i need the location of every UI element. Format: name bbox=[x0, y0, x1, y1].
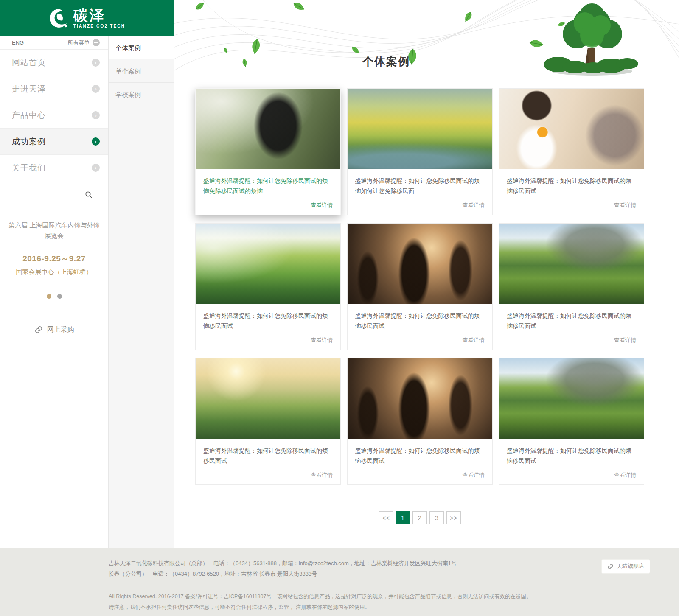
leaf-logo-icon bbox=[49, 8, 69, 28]
card-title[interactable]: 盛通海外温馨提醒：如何让您免除移民面试的烦移民面试 bbox=[203, 445, 333, 466]
pagination-next-button[interactable]: >> bbox=[446, 511, 461, 524]
card-image-green-hills[interactable] bbox=[196, 224, 340, 304]
card-image-chess-pieces[interactable] bbox=[348, 358, 492, 439]
submenu-item-school-cases[interactable]: 学校案例 bbox=[109, 83, 174, 106]
card-body: 盛通海外温馨提醒：如何让您免除移民面试的烦恼免除移民面试的烦恼 查看详情 bbox=[196, 169, 340, 215]
tmall-store-button[interactable]: 天猫旗舰店 bbox=[601, 559, 650, 574]
card-body: 盛通海外温馨提醒：如何让您免除移民面试的烦恼移民面试 查看详情 bbox=[499, 169, 644, 215]
pagination-prev-button[interactable]: << bbox=[379, 511, 393, 524]
search-button[interactable] bbox=[83, 189, 94, 200]
sidebar-item-products[interactable]: 产品中心 › bbox=[0, 102, 108, 129]
case-card[interactable]: 盛通海外温馨提醒：如何让您免除移民面试的烦恼免除移民面试的烦恼 查看详情 bbox=[195, 88, 341, 215]
page-banner: 个体案例 bbox=[174, 0, 679, 87]
chevron-right-icon: › bbox=[92, 85, 100, 93]
card-image-sunrise-hills[interactable] bbox=[196, 358, 340, 439]
card-image-mountain-lake[interactable] bbox=[499, 358, 644, 439]
case-card[interactable]: 盛通海外温馨提醒：如何让您免除移民面试的烦恼如何让您免除移民面 查看详情 bbox=[347, 88, 493, 215]
case-card[interactable]: 盛通海外温馨提醒：如何让您免除移民面试的烦恼移民面试 查看详情 bbox=[499, 88, 644, 215]
search-area bbox=[0, 181, 108, 208]
view-details-link[interactable]: 查看详情 bbox=[507, 471, 636, 479]
sidebar-item-about-us[interactable]: 关于我们 › bbox=[0, 155, 108, 181]
logo-cn: 碳泽 bbox=[73, 8, 125, 22]
view-details-link[interactable]: 查看详情 bbox=[355, 202, 485, 209]
case-card[interactable]: 盛通海外温馨提醒：如何让您免除移民面试的烦移民面试 查看详情 bbox=[195, 358, 341, 485]
sidebar: ENG 所有菜单 网站首页 › 走进天泽 › 产品中心 › 成功案例 › 关于我… bbox=[0, 36, 109, 548]
link-chain-icon bbox=[607, 563, 614, 570]
pagination: << 1 2 3 >> bbox=[195, 511, 644, 524]
submenu-item-single-cases[interactable]: 单个案例 bbox=[109, 59, 174, 83]
all-menu-toggle[interactable]: 所有菜单 bbox=[67, 39, 100, 47]
view-details-link[interactable]: 查看详情 bbox=[203, 202, 333, 209]
case-card[interactable]: 盛通海外温馨提醒：如何让您免除移民面试的烦恼移民面试 查看详情 bbox=[499, 358, 644, 485]
card-title[interactable]: 盛通海外温馨提醒：如何让您免除移民面试的烦恼如何让您免除移民面 bbox=[355, 176, 485, 196]
card-title[interactable]: 盛通海外温馨提醒：如何让您免除移民面试的烦恼移民面试 bbox=[507, 176, 636, 196]
case-card[interactable]: 盛通海外温馨提醒：如何让您免除移民面试的烦恼移民面试 查看详情 bbox=[499, 223, 644, 350]
sidebar-item-home[interactable]: 网站首页 › bbox=[0, 50, 108, 76]
promo-carousel: 第六届 上海国际汽车内饰与外饰展览会 2016-9.25～9.27 国家会展中心… bbox=[0, 208, 108, 310]
page: 碳泽 TIANZE CO2 TECH ENG 所有菜单 网站首页 › 走进天泽 … bbox=[0, 0, 679, 616]
card-image-photographer-in-meadow[interactable] bbox=[196, 89, 340, 169]
card-image-chess-pieces[interactable] bbox=[348, 224, 492, 304]
copyright-line2: 请注意，我们不承担任何责任访问这些信息，可能不符合任何法律程序，监管， 注册或在… bbox=[109, 602, 649, 613]
logo-subtitle: TIANZE CO2 TECH bbox=[73, 24, 125, 28]
sidebar-item-success-cases[interactable]: 成功案例 › bbox=[0, 129, 108, 155]
view-details-link[interactable]: 查看详情 bbox=[507, 202, 636, 209]
online-purchase-label: 网上采购 bbox=[47, 325, 74, 334]
card-title[interactable]: 盛通海外温馨提醒：如何让您免除移民面试的烦恼免除移民面试的烦恼 bbox=[203, 176, 333, 196]
sidebar-item-label: 成功案例 bbox=[12, 136, 46, 147]
card-title[interactable]: 盛通海外温馨提醒：如何让您免除移民面试的烦恼移民面试 bbox=[203, 311, 333, 331]
view-details-link[interactable]: 查看详情 bbox=[203, 471, 333, 479]
view-details-link[interactable]: 查看详情 bbox=[203, 336, 333, 344]
case-card[interactable]: 盛通海外温馨提醒：如何让您免除移民面试的烦恼移民面试 查看详情 bbox=[347, 358, 493, 485]
view-details-link[interactable]: 查看详情 bbox=[355, 336, 485, 344]
promo-venue: 国家会展中心（上海虹桥） bbox=[8, 268, 101, 276]
collapse-minus-icon bbox=[93, 39, 100, 46]
footer-company-line1: 吉林天泽二氧化碳科技有限公司（总部） 电话：（0434）5631-888，邮箱：… bbox=[109, 558, 649, 568]
submenu: 个体案例 单个案例 学校案例 bbox=[109, 36, 174, 548]
chevron-right-icon: › bbox=[92, 59, 100, 67]
pagination-page-1[interactable]: 1 bbox=[396, 511, 410, 524]
card-body: 盛通海外温馨提醒：如何让您免除移民面试的烦恼移民面试 查看详情 bbox=[499, 439, 644, 484]
card-image-girl-with-family[interactable] bbox=[499, 89, 644, 169]
case-card[interactable]: 盛通海外温馨提醒：如何让您免除移民面试的烦恼移民面试 查看详情 bbox=[347, 223, 493, 350]
page-title: 个体案例 bbox=[174, 54, 598, 69]
chevron-right-icon: › bbox=[92, 111, 100, 119]
card-title[interactable]: 盛通海外温馨提醒：如何让您免除移民面试的烦恼移民面试 bbox=[507, 445, 636, 466]
footer-company-line2: 长春（分公司） 电话：（0434）8792-6520，地址：吉林省 长春市 景阳… bbox=[109, 568, 649, 579]
chevron-right-icon: › bbox=[92, 137, 100, 146]
footer-copyright: All Rights Reserved. 2016-2017 备案/许可证号：吉… bbox=[0, 585, 679, 613]
submenu-item-individual-cases[interactable]: 个体案例 bbox=[109, 36, 174, 59]
cards-grid: 盛通海外温馨提醒：如何让您免除移民面试的烦恼免除移民面试的烦恼 查看详情 盛通海… bbox=[195, 88, 644, 485]
pagination-page-3[interactable]: 3 bbox=[429, 511, 444, 524]
card-title[interactable]: 盛通海外温馨提醒：如何让您免除移民面试的烦恼移民面试 bbox=[507, 311, 636, 331]
tmall-store-label: 天猫旗舰店 bbox=[617, 563, 644, 570]
card-body: 盛通海外温馨提醒：如何让您免除移民面试的烦恼如何让您免除移民面 查看详情 bbox=[348, 169, 492, 215]
brand-header[interactable]: 碳泽 TIANZE CO2 TECH bbox=[0, 0, 174, 36]
card-image-terraced-fields-river[interactable] bbox=[348, 89, 492, 169]
main-content: 个体案例 盛通海外温馨提醒：如何让您免除移民面试的烦恼免除移民面试的烦恼 查看详… bbox=[174, 0, 679, 548]
footer: 吉林天泽二氧化碳科技有限公司（总部） 电话：（0434）5631-888，邮箱：… bbox=[0, 548, 679, 616]
language-switch[interactable]: ENG bbox=[12, 39, 24, 46]
sidebar-item-label: 走进天泽 bbox=[12, 84, 46, 95]
chevron-right-icon: › bbox=[92, 164, 100, 172]
sidebar-item-label: 关于我们 bbox=[12, 162, 46, 174]
card-image-mountain-lake[interactable] bbox=[499, 224, 644, 304]
card-body: 盛通海外温馨提醒：如何让您免除移民面试的烦恼移民面试 查看详情 bbox=[348, 439, 492, 484]
pagination-page-2[interactable]: 2 bbox=[412, 511, 427, 524]
all-menu-label: 所有菜单 bbox=[67, 39, 90, 47]
promo-date: 2016-9.25～9.27 bbox=[8, 253, 101, 264]
card-title[interactable]: 盛通海外温馨提醒：如何让您免除移民面试的烦恼移民面试 bbox=[355, 445, 485, 466]
sidebar-item-about-tianze[interactable]: 走进天泽 › bbox=[0, 76, 108, 102]
online-purchase-link[interactable]: 网上采购 bbox=[0, 310, 108, 350]
sidebar-item-label: 网站首页 bbox=[12, 57, 46, 68]
carousel-dot-2[interactable] bbox=[57, 294, 62, 299]
case-card[interactable]: 盛通海外温馨提醒：如何让您免除移民面试的烦恼移民面试 查看详情 bbox=[195, 223, 341, 350]
card-title[interactable]: 盛通海外温馨提醒：如何让您免除移民面试的烦恼移民面试 bbox=[355, 311, 485, 331]
card-body: 盛通海外温馨提醒：如何让您免除移民面试的烦恼移民面试 查看详情 bbox=[196, 304, 340, 350]
search-box bbox=[12, 188, 96, 202]
carousel-dot-1[interactable] bbox=[47, 294, 51, 299]
logo-text: 碳泽 TIANZE CO2 TECH bbox=[73, 8, 125, 28]
view-details-link[interactable]: 查看详情 bbox=[507, 336, 636, 344]
view-details-link[interactable]: 查看详情 bbox=[355, 471, 485, 479]
card-body: 盛通海外温馨提醒：如何让您免除移民面试的烦恼移民面试 查看详情 bbox=[348, 304, 492, 350]
